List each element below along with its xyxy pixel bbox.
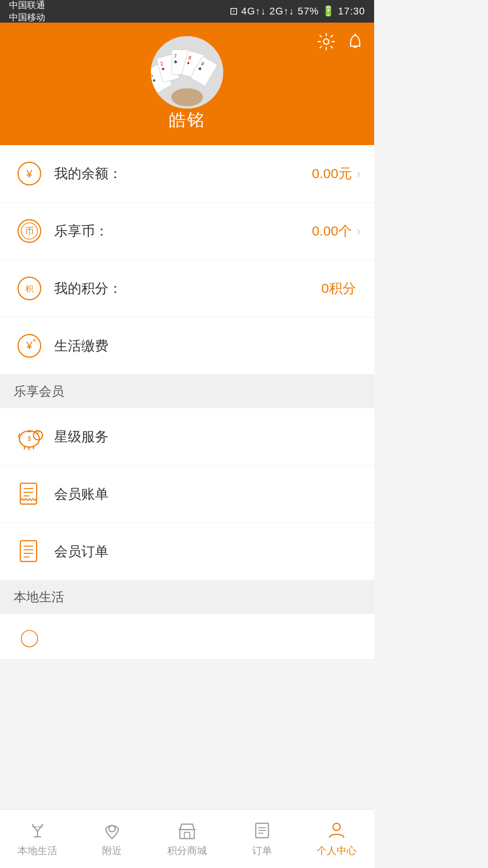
wallet-icon: ¥ [14, 158, 45, 189]
coins-item[interactable]: 币 乐享币： 0.00个 › [0, 203, 374, 260]
coins-arrow: › [357, 224, 361, 238]
points-icon: 积 [14, 273, 45, 304]
local-life-partial [0, 614, 374, 660]
balance-value: 0.00元 [312, 165, 352, 183]
coins-label: 乐享币： [54, 222, 312, 241]
balance-label: 我的余额： [54, 165, 312, 183]
svg-rect-41 [20, 541, 37, 561]
star-service-section: $ 星级服务 [0, 408, 374, 466]
member-order-label: 会员订单 [54, 542, 361, 561]
svg-text:+: + [32, 336, 36, 344]
svg-point-46 [21, 630, 37, 646]
svg-point-58 [333, 823, 340, 830]
svg-text:¥: ¥ [26, 168, 33, 180]
profile-header: 5 ♠ 2 ♥ 7 ♣ 8 ♦ [0, 23, 374, 145]
avatar[interactable]: 5 ♠ 2 ♥ 7 ♣ 8 ♦ [151, 36, 223, 108]
header-icons [316, 32, 365, 52]
points-value: 0积分 [321, 279, 356, 298]
payment-item[interactable]: ¥ + 生活缴费 [0, 317, 374, 375]
svg-rect-37 [20, 483, 37, 504]
member-order-item[interactable]: 会员订单 [0, 523, 374, 580]
balance-section: ¥ 我的余额： 0.00元 › [0, 145, 374, 203]
bottom-nav: 本地生活 附近 积分商城 [0, 809, 374, 868]
coins-section: 币 乐享币： 0.00个 › [0, 203, 374, 260]
points-item[interactable]: 积 我的积分： 0积分 [0, 260, 374, 317]
nav-nearby-label: 附近 [102, 844, 122, 858]
time: 17:30 [338, 5, 365, 17]
order-icon [14, 536, 45, 567]
balance-arrow: › [357, 166, 361, 181]
battery-level: 57% [298, 5, 319, 17]
points-section: 积 我的积分： 0积分 [0, 260, 374, 317]
local-life-partial-item[interactable] [0, 614, 374, 660]
svg-text:积: 积 [25, 284, 33, 293]
person-icon [327, 821, 347, 840]
svg-text:♣: ♣ [174, 59, 177, 64]
battery-icon: 🔋 [322, 5, 335, 17]
coins-value: 0.00个 [312, 222, 352, 241]
local-partial-icon [14, 623, 45, 655]
star-service-label: 星级服务 [54, 428, 361, 446]
bill-icon [14, 478, 45, 510]
nav-profile-label: 个人中心 [317, 844, 357, 858]
status-right: ⊡ 4G↑↓ 2G↑↓ 57% 🔋 17:30 [230, 5, 365, 17]
member-bill-item[interactable]: 会员账单 [0, 466, 374, 523]
notification-button[interactable] [345, 32, 365, 52]
list-icon [252, 821, 272, 840]
svg-point-18 [171, 88, 203, 106]
svg-point-0 [324, 39, 329, 44]
settings-button[interactable] [316, 32, 336, 52]
nav-points-mall[interactable]: 积分商城 [150, 810, 225, 868]
coin-icon: 币 [14, 215, 45, 247]
nav-orders-label: 订单 [252, 844, 272, 858]
svg-text:币: 币 [25, 226, 34, 236]
signal-icons: ⊡ 4G↑↓ 2G↑↓ [230, 5, 295, 17]
nav-profile[interactable]: 个人中心 [299, 810, 374, 868]
nav-local-life[interactable]: 本地生活 [0, 810, 75, 868]
status-bar: 中国联通 中国移动 ⊡ 4G↑↓ 2G↑↓ 57% 🔋 17:30 [0, 0, 374, 23]
svg-rect-51 [180, 830, 194, 839]
member-section-header: 乐享会员 [0, 375, 374, 408]
member-bill-label: 会员账单 [54, 485, 361, 504]
piggy-icon: $ [14, 421, 45, 453]
svg-text:¥: ¥ [26, 340, 33, 352]
shop-icon [177, 821, 197, 840]
star-service-item[interactable]: $ 星级服务 [0, 408, 374, 466]
nav-orders[interactable]: 订单 [225, 810, 300, 868]
svg-text:$: $ [28, 435, 31, 442]
svg-text:7: 7 [174, 53, 177, 59]
nav-local-life-label: 本地生活 [18, 844, 57, 858]
nav-points-mall-label: 积分商城 [167, 844, 207, 858]
member-order-section: 会员订单 [0, 523, 374, 580]
nav-nearby[interactable]: 附近 [75, 810, 150, 868]
member-bill-section: 会员账单 [0, 466, 374, 523]
pay-icon: ¥ + [14, 330, 45, 362]
carrier-info: 中国联通 中国移动 [9, 0, 45, 24]
balance-item[interactable]: ¥ 我的余额： 0.00元 › [0, 145, 374, 203]
location-icon [102, 821, 122, 840]
points-label: 我的积分： [54, 279, 321, 298]
svg-rect-52 [184, 832, 190, 839]
cocktail-icon [28, 821, 47, 840]
content-area: ¥ 我的余额： 0.00元 › 币 乐享币： 0.00个 › [0, 145, 374, 718]
payment-section: ¥ + 生活缴费 [0, 317, 374, 375]
payment-label: 生活缴费 [54, 337, 361, 355]
local-life-section-header: 本地生活 [0, 580, 374, 614]
username: 皓铭 [169, 108, 205, 132]
carrier1: 中国联通 [9, 0, 45, 10]
carrier2: 中国移动 [9, 12, 45, 22]
